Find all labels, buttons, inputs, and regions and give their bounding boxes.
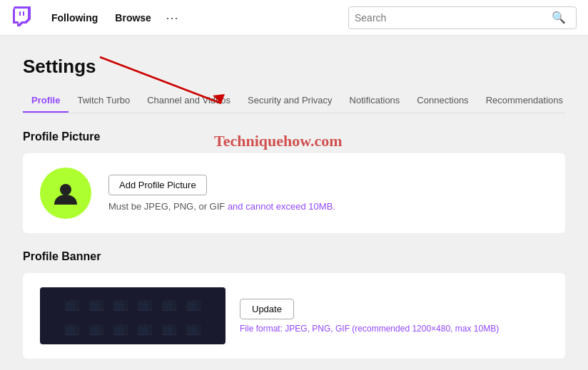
profile-pic-hint: Must be JPEG, PNG, or GIF and cannot exc… bbox=[108, 201, 335, 212]
banner-hint: File format: JPEG, PNG, GIF (recommended… bbox=[240, 324, 499, 334]
tab-channel-and-videos[interactable]: Channel and Videos bbox=[138, 89, 239, 113]
banner-logo-3: 📺 bbox=[113, 296, 128, 312]
banner-pattern: 📺 📺 📺 📺 📺 📺 📺 📺 📺 📺 📺 📺 bbox=[60, 292, 206, 340]
search-bar: 🔍 bbox=[348, 6, 577, 29]
twitch-logo[interactable] bbox=[11, 6, 34, 29]
banner-logo-8: 📺 bbox=[88, 320, 104, 336]
profile-picture-card: Add Profile Picture Must be JPEG, PNG, o… bbox=[23, 153, 565, 233]
banner-info: Update File format: JPEG, PNG, GIF (reco… bbox=[240, 299, 499, 334]
main-content: Settings Profile Twitch Turbo Channel an… bbox=[0, 36, 588, 370]
banner-logo-4: 📺 bbox=[137, 296, 153, 312]
profile-pic-row: Add Profile Picture Must be JPEG, PNG, o… bbox=[40, 168, 548, 219]
search-input[interactable] bbox=[355, 12, 547, 24]
profile-banner-section-heading: Profile Banner bbox=[23, 250, 565, 263]
following-nav-link[interactable]: Following bbox=[43, 0, 106, 36]
banner-logo-12: 📺 bbox=[186, 320, 201, 336]
tab-security-and-privacy[interactable]: Security and Privacy bbox=[239, 89, 341, 113]
banner-logo-10: 📺 bbox=[137, 320, 153, 336]
banner-logo-1: 📺 bbox=[64, 296, 80, 312]
svg-point-2 bbox=[60, 184, 71, 195]
search-button[interactable]: 🔍 bbox=[547, 11, 570, 24]
profile-picture-section-heading: Profile Picture bbox=[23, 130, 565, 143]
topnav: Following Browse ⋯ 🔍 bbox=[0, 0, 588, 36]
profile-pic-info: Add Profile Picture Must be JPEG, PNG, o… bbox=[108, 175, 335, 212]
more-options-button[interactable]: ⋯ bbox=[160, 0, 184, 36]
banner-preview: 📺 📺 📺 📺 📺 📺 📺 📺 📺 📺 📺 📺 bbox=[40, 287, 225, 344]
tab-twitch-turbo[interactable]: Twitch Turbo bbox=[69, 89, 138, 113]
add-profile-picture-button[interactable]: Add Profile Picture bbox=[108, 175, 207, 195]
profile-pic-hint-highlight: and cannot exceed 10MB. bbox=[228, 201, 335, 212]
profile-banner-card: 📺 📺 📺 📺 📺 📺 📺 📺 📺 📺 📺 📺 bbox=[23, 273, 565, 359]
avatar-icon bbox=[51, 179, 80, 207]
banner-logo-9: 📺 bbox=[113, 320, 128, 336]
tab-notifications[interactable]: Notifications bbox=[341, 89, 409, 113]
banner-logo-6: 📺 bbox=[186, 296, 201, 312]
banner-logo-11: 📺 bbox=[161, 320, 177, 336]
browse-nav-link[interactable]: Browse bbox=[106, 0, 160, 36]
banner-row: 📺 📺 📺 📺 📺 📺 📺 📺 📺 📺 📺 📺 bbox=[40, 287, 548, 344]
settings-tabs: Profile Twitch Turbo Channel and Videos … bbox=[23, 89, 565, 113]
update-banner-button[interactable]: Update bbox=[240, 299, 294, 319]
avatar bbox=[40, 168, 91, 219]
banner-logo-2: 📺 bbox=[88, 296, 104, 312]
page-title: Settings bbox=[23, 56, 565, 78]
tab-profile[interactable]: Profile bbox=[23, 89, 69, 113]
tab-recommendations[interactable]: Recommendations bbox=[477, 89, 572, 113]
tab-connections[interactable]: Connections bbox=[408, 89, 477, 113]
banner-logo-5: 📺 bbox=[161, 296, 177, 312]
banner-logo-7: 📺 bbox=[64, 320, 80, 336]
